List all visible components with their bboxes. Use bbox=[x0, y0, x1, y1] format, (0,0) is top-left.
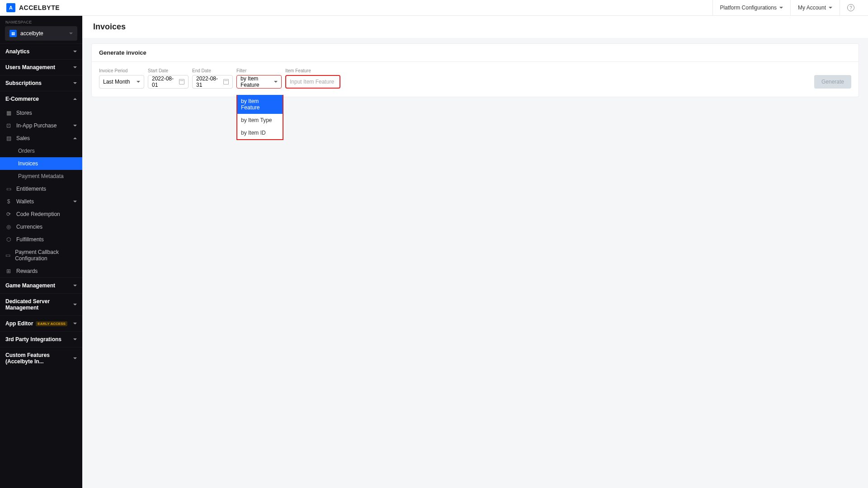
chevron-up-icon bbox=[73, 98, 77, 100]
sidebar-group-dedicated-server[interactable]: Dedicated Server Management bbox=[0, 294, 82, 315]
sidebar-group-app-editor[interactable]: App EditorEARLY ACCESS bbox=[0, 316, 82, 331]
help-icon: ? bbox=[847, 4, 854, 11]
sidebar-item-iap[interactable]: ⊡In-App Purchase bbox=[0, 119, 82, 132]
invoice-period-label: Invoice Period bbox=[99, 68, 144, 73]
sidebar-item-label: In-App Purchase bbox=[16, 122, 57, 129]
filter-label: Filter bbox=[236, 68, 282, 73]
calendar-icon bbox=[223, 79, 229, 84]
filter-option-item-type[interactable]: by Item Type bbox=[237, 114, 283, 127]
box-icon: ⬡ bbox=[5, 236, 12, 243]
main-content: Invoices Generate invoice Invoice Period… bbox=[82, 16, 868, 488]
item-feature-label: Item Feature bbox=[285, 68, 340, 73]
sidebar-group-3rd-party[interactable]: 3rd Party Integrations bbox=[0, 332, 82, 347]
cart-icon: ⊡ bbox=[5, 122, 12, 129]
sidebar-item-stores[interactable]: ▦Stores bbox=[0, 107, 82, 119]
sidebar-group-label: Users Management bbox=[5, 64, 55, 70]
chevron-down-icon bbox=[73, 357, 77, 359]
end-date-value: 2022-08-31 bbox=[196, 75, 223, 88]
filter-option-item-feature[interactable]: by Item Feature bbox=[237, 95, 283, 114]
chevron-down-icon bbox=[73, 125, 77, 127]
start-date-label: Start Date bbox=[148, 68, 189, 73]
filter-value: by Item Feature bbox=[241, 75, 274, 88]
sidebar-group-label: E-Commerce bbox=[5, 96, 39, 102]
early-access-badge: EARLY ACCESS bbox=[36, 321, 67, 326]
generate-button[interactable]: Generate bbox=[814, 75, 851, 89]
help-button[interactable]: ? bbox=[840, 0, 862, 16]
gift-icon: ⊞ bbox=[5, 268, 12, 274]
end-date-input[interactable]: 2022-08-31 bbox=[192, 75, 233, 89]
item-feature-field[interactable] bbox=[285, 75, 340, 89]
start-date-input[interactable]: 2022-08-01 bbox=[148, 75, 189, 89]
top-header: A ACCELBYTE Platform Configurations My A… bbox=[0, 0, 868, 16]
sidebar-item-label: Sales bbox=[16, 135, 30, 141]
chevron-down-icon bbox=[137, 81, 140, 83]
sidebar-group-label: Dedicated Server Management bbox=[5, 298, 73, 311]
sidebar-item-fulfillments[interactable]: ⬡Fulfillments bbox=[0, 233, 82, 246]
sidebar-group-label: Analytics bbox=[5, 48, 29, 55]
store-icon: ▦ bbox=[5, 110, 12, 116]
filter-option-item-id[interactable]: by Item ID bbox=[237, 127, 283, 139]
panel-title: Generate invoice bbox=[92, 44, 859, 62]
sidebar-group-custom-features[interactable]: Custom Features (Accelbyte In... bbox=[0, 347, 82, 369]
chevron-down-icon bbox=[829, 7, 832, 9]
my-account-menu[interactable]: My Account bbox=[790, 0, 840, 16]
entitlement-icon: ▭ bbox=[5, 186, 12, 192]
sidebar-item-label: Stores bbox=[16, 110, 32, 116]
item-feature-input[interactable] bbox=[290, 79, 336, 85]
sidebar-item-label: Currencies bbox=[16, 224, 42, 230]
currency-icon: ◎ bbox=[5, 224, 12, 230]
chevron-down-icon bbox=[274, 81, 278, 83]
invoice-period-select[interactable]: Last Month bbox=[99, 75, 144, 89]
page-title: Invoices bbox=[82, 16, 868, 38]
filter-dropdown: by Item Feature by Item Type by Item ID bbox=[236, 95, 283, 140]
chevron-down-icon bbox=[69, 33, 73, 34]
sidebar-group-label: Game Management bbox=[5, 282, 55, 289]
sidebar-item-rewards[interactable]: ⊞Rewards bbox=[0, 265, 82, 277]
sidebar-sub-orders[interactable]: Orders bbox=[0, 145, 82, 157]
start-date-value: 2022-08-01 bbox=[152, 75, 179, 88]
chevron-down-icon bbox=[73, 201, 77, 202]
logo-text: ACCELBYTE bbox=[19, 4, 60, 11]
code-icon: ⟳ bbox=[5, 211, 12, 217]
sidebar: NAMESPACE ▦ accelbyte Analytics Users Ma… bbox=[0, 16, 82, 488]
chevron-down-icon bbox=[73, 338, 77, 340]
filter-select[interactable]: by Item Feature bbox=[236, 75, 282, 89]
platform-configs-label: Platform Configurations bbox=[720, 5, 777, 11]
sidebar-sub-payment-metadata[interactable]: Payment Metadata bbox=[0, 170, 82, 183]
sidebar-group-subscriptions[interactable]: Subscriptions bbox=[0, 75, 82, 91]
logo-icon: A bbox=[6, 3, 15, 12]
sidebar-item-currencies[interactable]: ◎Currencies bbox=[0, 221, 82, 233]
chevron-down-icon bbox=[779, 7, 783, 9]
sidebar-group-analytics[interactable]: Analytics bbox=[0, 44, 82, 59]
sidebar-group-game-management[interactable]: Game Management bbox=[0, 278, 82, 293]
chevron-down-icon bbox=[73, 66, 77, 68]
sidebar-group-label: Custom Features (Accelbyte In... bbox=[5, 352, 73, 365]
chevron-down-icon bbox=[73, 82, 77, 84]
generate-invoice-panel: Generate invoice Invoice Period Last Mon… bbox=[91, 43, 859, 97]
sidebar-item-entitlements[interactable]: ▭Entitlements bbox=[0, 183, 82, 195]
sidebar-group-users-management[interactable]: Users Management bbox=[0, 60, 82, 75]
sidebar-item-wallets[interactable]: $Wallets bbox=[0, 195, 82, 208]
sidebar-item-code-redemption[interactable]: ⟳Code Redemption bbox=[0, 208, 82, 221]
sales-icon: ▤ bbox=[5, 135, 12, 141]
sidebar-sub-invoices[interactable]: Invoices bbox=[0, 157, 82, 170]
chevron-down-icon bbox=[73, 304, 77, 305]
header-right: Platform Configurations My Account ? bbox=[712, 0, 862, 16]
namespace-icon: ▦ bbox=[9, 30, 17, 37]
end-date-label: End Date bbox=[192, 68, 233, 73]
sidebar-item-label: Wallets bbox=[16, 198, 34, 205]
my-account-label: My Account bbox=[798, 5, 826, 11]
sidebar-item-sales[interactable]: ▤Sales bbox=[0, 132, 82, 145]
logo-block: A ACCELBYTE bbox=[6, 3, 60, 12]
chevron-down-icon bbox=[73, 285, 77, 286]
sidebar-group-label: Subscriptions bbox=[5, 80, 42, 86]
platform-configs-menu[interactable]: Platform Configurations bbox=[712, 0, 790, 16]
card-icon: ▭ bbox=[5, 252, 10, 258]
sidebar-item-payment-callback[interactable]: ▭Payment Callback Configuration bbox=[0, 246, 82, 265]
sidebar-item-label: Fulfillments bbox=[16, 236, 44, 243]
sidebar-item-label: Payment Callback Configuration bbox=[15, 249, 77, 262]
namespace-label: NAMESPACE bbox=[0, 16, 82, 26]
sidebar-item-label: Rewards bbox=[16, 268, 38, 274]
namespace-selector[interactable]: ▦ accelbyte bbox=[5, 26, 77, 41]
sidebar-group-ecommerce[interactable]: E-Commerce bbox=[0, 91, 82, 107]
